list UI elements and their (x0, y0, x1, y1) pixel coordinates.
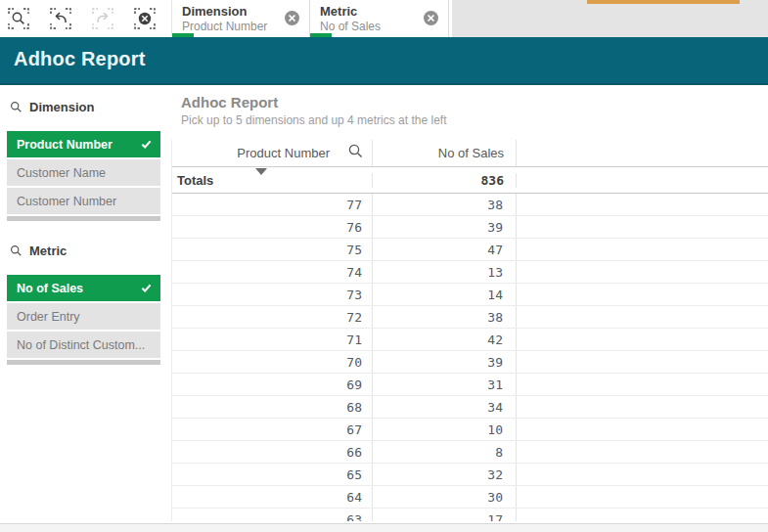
cell-product-number: 71 (172, 329, 373, 350)
table-row[interactable]: 7738 (172, 194, 768, 216)
search-icon[interactable] (10, 244, 23, 257)
cell-no-of-sales: 17 (373, 509, 517, 521)
sidebar-item-no-of-distinct-custom[interactable]: No of Distinct Custom... (7, 332, 160, 358)
cell-product-number: 64 (172, 486, 373, 508)
cell-product-number: 70 (172, 351, 373, 373)
cell-product-number: 73 (172, 284, 373, 305)
cell-no-of-sales: 14 (373, 284, 517, 305)
sidebar-list: Product NumberCustomer NameCustomer Numb… (7, 131, 160, 214)
clear-selections-icon (133, 7, 157, 30)
table-row[interactable]: 6931 (172, 374, 768, 396)
sidebar-item-order-entry[interactable]: Order Entry (7, 303, 160, 330)
partially-visible-item (7, 216, 160, 221)
sidebar-item-no-of-sales[interactable]: No of Sales (7, 275, 160, 301)
cell-no-of-sales: 31 (373, 374, 517, 395)
main-panel: Adhoc Report Pick up to 5 dimensions and… (171, 85, 768, 523)
cell-product-number: 76 (172, 216, 373, 238)
tab-close-button[interactable] (424, 11, 438, 25)
cell-product-number: 65 (172, 464, 373, 485)
table-row[interactable]: 7039 (172, 351, 768, 374)
table-row[interactable]: 668 (172, 441, 768, 464)
sidebar-item-customer-name[interactable]: Customer Name (7, 159, 160, 186)
smart-search-button[interactable] (4, 4, 33, 33)
report-table: Product Number No of Sales Totals 836 77… (171, 140, 768, 521)
sidebar-section-header: Dimension (10, 99, 171, 114)
selection-toolbar: DimensionProduct NumberMetricNo of Sales (0, 0, 768, 37)
table-row[interactable]: 7314 (172, 284, 768, 306)
close-icon (427, 11, 435, 25)
sidebar-section-dimension: DimensionProduct NumberCustomer NameCust… (0, 99, 171, 221)
cell-no-of-sales: 39 (373, 351, 517, 373)
selections-back-icon (49, 7, 72, 30)
partially-visible-item (7, 360, 160, 365)
section-title: Metric (29, 244, 67, 258)
app-header: Adhoc Report (0, 37, 768, 85)
sidebar-list: No of SalesOrder EntryNo of Distinct Cus… (7, 275, 160, 358)
cell-no-of-sales: 47 (373, 239, 517, 260)
cell-no-of-sales: 39 (373, 216, 517, 238)
cell-no-of-sales: 34 (373, 396, 517, 418)
selection-tabs: DimensionProduct NumberMetricNo of Sales (171, 0, 449, 37)
sidebar: DimensionProduct NumberCustomer NameCust… (0, 85, 171, 523)
column-header-no-of-sales[interactable]: No of Sales (373, 140, 517, 166)
toolbar-right-spacer (452, 0, 768, 37)
column-header-product-number[interactable]: Product Number (172, 140, 373, 166)
step-back-button[interactable] (46, 4, 75, 33)
tab-value: No of Sales (320, 20, 428, 33)
sidebar-item-label: Customer Name (17, 166, 106, 180)
sidebar-item-customer-number[interactable]: Customer Number (7, 188, 160, 214)
cell-no-of-sales: 8 (373, 441, 517, 463)
selections-forward-icon (91, 7, 114, 30)
checkmark-icon (141, 283, 152, 296)
search-icon[interactable] (10, 101, 23, 113)
table-row[interactable]: 7547 (172, 239, 768, 261)
cell-no-of-sales: 10 (373, 419, 517, 440)
table-row[interactable]: 6532 (172, 464, 768, 486)
checkmark-icon (141, 139, 152, 153)
step-forward-button[interactable] (88, 4, 117, 33)
tab-value: Product Number (182, 20, 290, 33)
table-row[interactable]: 7639 (172, 216, 768, 239)
selection-tab-metric[interactable]: MetricNo of Sales (310, 0, 449, 37)
table-row[interactable]: 7238 (172, 306, 768, 329)
sidebar-section-metric: MetricNo of SalesOrder EntryNo of Distin… (0, 243, 171, 365)
table-row[interactable]: 6834 (172, 396, 768, 419)
sidebar-item-label: Order Entry (17, 310, 80, 324)
sidebar-item-product-number[interactable]: Product Number (7, 131, 160, 157)
bottom-bar (0, 523, 768, 532)
sidebar-item-label: Customer Number (17, 195, 116, 208)
cell-product-number: 77 (172, 194, 373, 215)
empty-column (517, 140, 768, 166)
selection-search-icon (7, 7, 30, 30)
sort-descending-indicator (255, 168, 267, 175)
selection-buttons (4, 4, 159, 33)
cell-product-number: 68 (172, 396, 373, 418)
close-icon (288, 11, 296, 25)
sidebar-section-header: Metric (10, 243, 171, 258)
cell-no-of-sales: 38 (373, 194, 517, 215)
cell-product-number: 72 (172, 306, 373, 328)
sidebar-item-label: No of Sales (17, 282, 83, 295)
cell-no-of-sales: 32 (373, 464, 517, 485)
table-row[interactable]: 6430 (172, 486, 768, 509)
column-header-label: Product Number (237, 146, 330, 160)
orange-indicator-bar (587, 0, 740, 4)
column-search-icon[interactable] (347, 143, 364, 163)
totals-label: Totals (172, 173, 373, 188)
cell-product-number: 69 (172, 374, 373, 395)
table-row[interactable]: 6317 (172, 509, 768, 521)
selection-tab-dimension[interactable]: DimensionProduct Number (171, 0, 310, 37)
table-header-row: Product Number No of Sales (172, 140, 768, 167)
table-row[interactable]: 6710 (172, 419, 768, 441)
column-header-label: No of Sales (438, 146, 504, 160)
clear-selections-button[interactable] (130, 4, 159, 33)
cell-no-of-sales: 13 (373, 261, 517, 283)
section-title: Dimension (29, 100, 94, 114)
sidebar-item-label: Product Number (17, 138, 113, 152)
table-body: 7738763975477413731472387142703969316834… (172, 194, 768, 521)
table-row[interactable]: 7142 (172, 329, 768, 351)
tab-close-button[interactable] (285, 11, 299, 25)
report-subtitle: Pick up to 5 dimensions and up 4 metrics… (181, 113, 768, 127)
table-row[interactable]: 7413 (172, 261, 768, 284)
sidebar-item-label: No of Distinct Custom... (17, 338, 145, 352)
